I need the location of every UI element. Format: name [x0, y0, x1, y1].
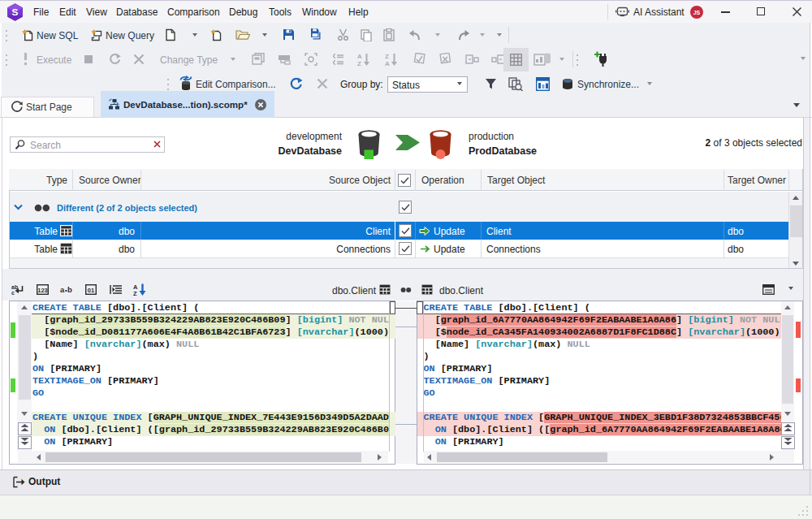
- svg-text:JS: JS: [693, 10, 701, 15]
- svg-text:c: c: [11, 290, 15, 296]
- svg-text:ab: ab: [11, 284, 18, 290]
- svg-text:S: S: [12, 6, 19, 17]
- svg-text:Z: Z: [385, 53, 389, 60]
- svg-text:Z: Z: [133, 290, 137, 296]
- svg-text:A: A: [385, 60, 390, 67]
- svg-text:Z: Z: [357, 60, 361, 67]
- svg-text:123: 123: [37, 287, 48, 294]
- svg-text:a: a: [60, 285, 65, 294]
- svg-text:01: 01: [88, 287, 94, 294]
- svg-text:A: A: [357, 53, 362, 60]
- svg-text:b: b: [67, 285, 72, 294]
